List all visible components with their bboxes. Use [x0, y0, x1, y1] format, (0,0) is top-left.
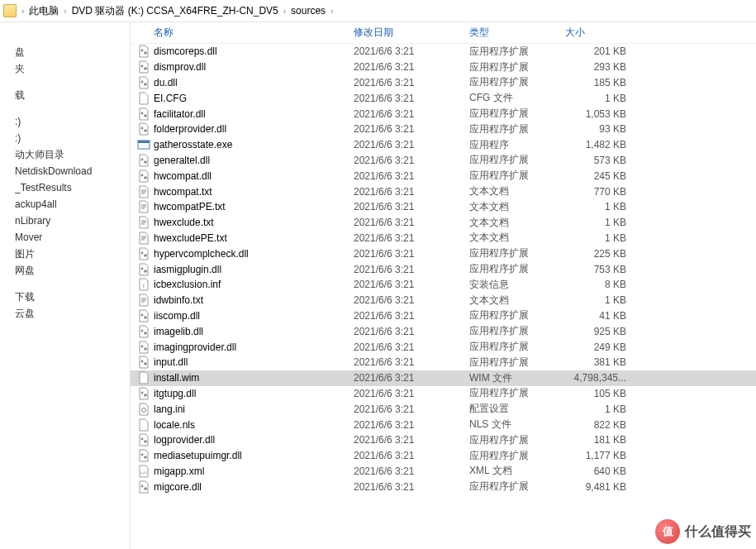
file-row[interactable]: dismcoreps.dll2021/6/6 3:21应用程序扩展201 KB: [131, 44, 756, 60]
file-row[interactable]: lang.ini2021/6/6 3:21配置设置1 KB: [131, 401, 756, 417]
file-type: 配置设置: [469, 402, 565, 416]
file-type: 应用程序扩展: [469, 356, 565, 370]
file-row[interactable]: folderprovider.dll2021/6/6 3:21应用程序扩展93 …: [131, 122, 756, 137]
file-name: folderprovider.dll: [154, 123, 354, 135]
file-row[interactable]: dismprov.dll2021/6/6 3:21应用程序扩展293 KB: [131, 60, 756, 75]
file-row[interactable]: hwexclude.txt2021/6/6 3:21文本文档1 KB: [131, 215, 756, 231]
file-row[interactable]: icbexclusion.inf2021/6/6 3:21安装信息8 KB: [131, 277, 756, 293]
breadcrumb[interactable]: › 此电脑›DVD 驱动器 (K:) CCSA_X64FRE_ZH-CN_DV5…: [0, 0, 756, 22]
tree-node[interactable]: NetdiskDownload: [0, 163, 130, 179]
file-row[interactable]: itgtupg.dll2021/6/6 3:21应用程序扩展105 KB: [131, 386, 756, 402]
file-icon: [137, 371, 150, 384]
file-type: 应用程序扩展: [469, 122, 565, 136]
file-row[interactable]: imagelib.dll2021/6/6 3:21应用程序扩展925 KB: [131, 323, 756, 339]
file-date: 2021/6/6 3:21: [354, 434, 469, 446]
file-size: 93 KB: [565, 123, 633, 135]
chevron-right-icon[interactable]: ›: [282, 7, 288, 16]
file-date: 2021/6/6 3:21: [354, 45, 469, 57]
file-size: 41 KB: [565, 310, 633, 322]
file-name: iasmigplugin.dll: [154, 264, 354, 275]
file-name: hwcompat.txt: [154, 186, 354, 198]
txt-icon: [137, 232, 150, 245]
navigation-tree[interactable]: 盘夹载:):)动大师目录NetdiskDownload_TestResultsa…: [0, 22, 131, 549]
file-size: 1 KB: [565, 217, 633, 228]
column-type[interactable]: 类型: [469, 26, 565, 40]
watermark: 值 什么值得买: [655, 519, 751, 544]
file-type: 文本文档: [469, 294, 565, 308]
file-size: 1 KB: [565, 403, 633, 415]
tree-node[interactable]: nLibrary: [0, 212, 130, 229]
file-row[interactable]: hwexcludePE.txt2021/6/6 3:21文本文档1 KB: [131, 231, 756, 246]
file-row[interactable]: hwcompat.dll2021/6/6 3:21应用程序扩展245 KB: [131, 168, 756, 184]
file-row[interactable]: hwcompatPE.txt2021/6/6 3:21文本文档1 KB: [131, 199, 756, 215]
file-row[interactable]: generaltel.dll2021/6/6 3:21应用程序扩展573 KB: [131, 153, 756, 169]
tree-node[interactable]: 网盘: [0, 262, 130, 279]
tree-node[interactable]: 云盘: [0, 305, 130, 322]
file-size: 1,482 KB: [565, 139, 633, 150]
file-row[interactable]: hypervcomplcheck.dll2021/6/6 3:21应用程序扩展2…: [131, 246, 756, 261]
file-date: 2021/6/6 3:21: [354, 186, 469, 198]
file-row[interactable]: gatherosstate.exe2021/6/6 3:21应用程序1,482 …: [131, 137, 756, 153]
breadcrumb-item[interactable]: sources: [288, 5, 329, 17]
file-size: 640 KB: [565, 465, 633, 477]
tree-node[interactable]: ackup4all: [0, 196, 130, 212]
file-name: hypervcomplcheck.dll: [154, 248, 354, 260]
column-headers: 名称 修改日期 类型 大小: [131, 22, 756, 44]
file-row[interactable]: mediasetupuimgr.dll2021/6/6 3:21应用程序扩展1,…: [131, 448, 756, 464]
file-row[interactable]: logprovider.dll2021/6/6 3:21应用程序扩展181 KB: [131, 432, 756, 448]
column-name[interactable]: 名称: [154, 26, 354, 40]
file-row[interactable]: hwcompat.txt2021/6/6 3:21文本文档770 KB: [131, 184, 756, 199]
dll-icon: [137, 387, 150, 400]
tree-node[interactable]: 动大师目录: [0, 146, 130, 163]
tree-node[interactable]: 盘: [0, 44, 130, 60]
file-date: 2021/6/6 3:21: [354, 139, 469, 150]
file-row[interactable]: EI.CFG2021/6/6 3:21CFG 文件1 KB: [131, 90, 756, 106]
file-row[interactable]: imagingprovider.dll2021/6/6 3:21应用程序扩展24…: [131, 339, 756, 355]
dll-icon: [137, 325, 150, 338]
file-size: 1,177 KB: [565, 450, 633, 461]
chevron-right-icon[interactable]: ›: [62, 7, 68, 16]
tree-node[interactable]: _TestResults: [0, 179, 130, 196]
chevron-right-icon[interactable]: ›: [20, 7, 26, 16]
file-date: 2021/6/6 3:21: [354, 217, 469, 228]
file-size: 381 KB: [565, 356, 633, 368]
tree-node[interactable]: :): [0, 130, 130, 146]
file-name: input.dll: [154, 356, 354, 368]
file-date: 2021/6/6 3:21: [354, 388, 469, 399]
file-date: 2021/6/6 3:21: [354, 450, 469, 461]
file-row[interactable]: migcore.dll2021/6/6 3:21应用程序扩展9,481 KB: [131, 479, 756, 494]
tree-node[interactable]: 夹: [0, 60, 130, 77]
tree-node[interactable]: 载: [0, 87, 130, 103]
folder-icon: [3, 4, 17, 17]
file-row[interactable]: du.dll2021/6/6 3:21应用程序扩展185 KB: [131, 75, 756, 91]
file-row[interactable]: idwbinfo.txt2021/6/6 3:21文本文档1 KB: [131, 293, 756, 308]
file-date: 2021/6/6 3:21: [354, 310, 469, 322]
file-type: 应用程序扩展: [469, 308, 565, 322]
file-row[interactable]: facilitator.dll2021/6/6 3:21应用程序扩展1,053 …: [131, 106, 756, 122]
file-row[interactable]: install.wim2021/6/6 3:21WIM 文件4,798,345.…: [131, 370, 756, 386]
file-date: 2021/6/6 3:21: [354, 232, 469, 244]
dll-icon: [137, 433, 150, 446]
file-name: generaltel.dll: [154, 155, 354, 166]
file-row[interactable]: input.dll2021/6/6 3:21应用程序扩展381 KB: [131, 355, 756, 370]
tree-node[interactable]: :): [0, 113, 130, 130]
file-row[interactable]: iasmigplugin.dll2021/6/6 3:21应用程序扩展753 K…: [131, 261, 756, 277]
tree-node[interactable]: 图片: [0, 246, 130, 262]
tree-node[interactable]: 下载: [0, 289, 130, 305]
file-size: 201 KB: [565, 45, 633, 57]
file-date: 2021/6/6 3:21: [354, 356, 469, 368]
tree-node[interactable]: Mover: [0, 229, 130, 246]
file-type: 安装信息: [469, 278, 565, 292]
chevron-right-icon[interactable]: ›: [329, 7, 335, 16]
file-date: 2021/6/6 3:21: [354, 326, 469, 337]
file-date: 2021/6/6 3:21: [354, 465, 469, 477]
file-row[interactable]: locale.nls2021/6/6 3:21NLS 文件822 KB: [131, 417, 756, 432]
file-rows[interactable]: dismcoreps.dll2021/6/6 3:21应用程序扩展201 KBd…: [131, 44, 756, 549]
file-row[interactable]: migapp.xml2021/6/6 3:21XML 文档640 KB: [131, 464, 756, 480]
file-date: 2021/6/6 3:21: [354, 108, 469, 120]
breadcrumb-item[interactable]: DVD 驱动器 (K:) CCSA_X64FRE_ZH-CN_DV5: [69, 5, 282, 17]
file-row[interactable]: iiscomp.dll2021/6/6 3:21应用程序扩展41 KB: [131, 308, 756, 324]
breadcrumb-item[interactable]: 此电脑: [26, 5, 62, 17]
column-date[interactable]: 修改日期: [354, 26, 469, 40]
column-size[interactable]: 大小: [565, 26, 640, 40]
